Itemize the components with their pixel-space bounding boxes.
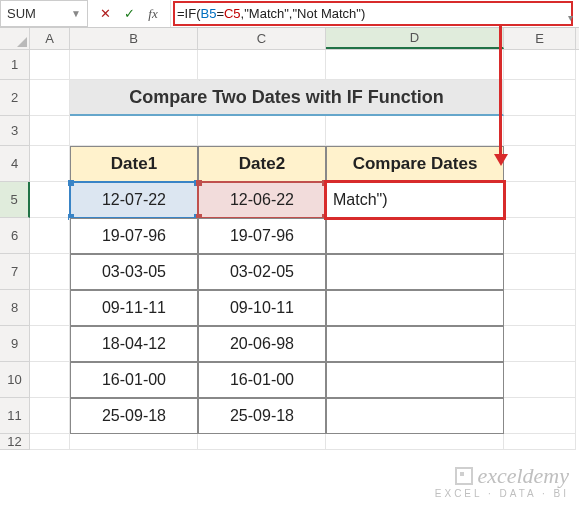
cell[interactable]: 09-10-11 [198,290,326,326]
cell[interactable]: 19-07-96 [198,218,326,254]
callout-arrow-icon [494,154,508,166]
cell[interactable] [70,434,198,450]
table-row: 12 [0,434,579,450]
row-header[interactable]: 4 [0,146,30,182]
select-all-corner[interactable] [0,28,30,49]
row-header[interactable]: 5 [0,182,30,218]
cell[interactable] [70,50,198,80]
table-row: 9 18-04-12 20-06-98 [0,326,579,362]
table-row: 1 [0,50,579,80]
cell[interactable] [30,326,70,362]
cell[interactable] [504,398,576,434]
cell[interactable] [504,290,576,326]
cell[interactable] [30,80,70,116]
table-row: 2 Compare Two Dates with IF Function [0,80,579,116]
table-row: 6 19-07-96 19-07-96 [0,218,579,254]
cell[interactable] [70,116,198,146]
active-cell-d5[interactable]: Match") [326,182,504,218]
cell[interactable] [30,254,70,290]
cell[interactable]: 18-04-12 [70,326,198,362]
title-cell[interactable]: Compare Two Dates with IF Function [70,80,504,116]
table-row: 4 Date1 Date2 Compare Dates [0,146,579,182]
cell[interactable] [326,434,504,450]
cell[interactable] [326,362,504,398]
cell[interactable] [504,326,576,362]
cell[interactable] [30,146,70,182]
column-headers: A B C D E [0,28,579,50]
cell[interactable]: 20-06-98 [198,326,326,362]
col-header-b[interactable]: B [70,28,198,49]
cell[interactable] [326,116,504,146]
cell[interactable] [30,50,70,80]
row-header[interactable]: 10 [0,362,30,398]
cell-c5-ref[interactable]: 12-06-22 [198,182,326,218]
fx-icon[interactable]: fx [142,3,164,25]
cell[interactable] [326,254,504,290]
row-header[interactable]: 3 [0,116,30,146]
cell-b5-ref[interactable]: 12-07-22 [70,182,198,218]
cell[interactable] [30,182,70,218]
name-box-value: SUM [7,6,36,21]
cell[interactable]: 16-01-00 [70,362,198,398]
header-date1[interactable]: Date1 [70,146,198,182]
table-row: 11 25-09-18 25-09-18 [0,398,579,434]
table-row: 3 [0,116,579,146]
cell[interactable] [504,434,576,450]
table-row: 5 12-07-22 12-06-22 Match") [0,182,579,218]
cell[interactable] [30,290,70,326]
row-header[interactable]: 2 [0,80,30,116]
cell[interactable] [326,290,504,326]
header-date2[interactable]: Date2 [198,146,326,182]
table-row: 10 16-01-00 16-01-00 [0,362,579,398]
cell[interactable] [30,398,70,434]
cell[interactable]: 25-09-18 [70,398,198,434]
cell[interactable] [504,218,576,254]
row-header[interactable]: 1 [0,50,30,80]
cell[interactable] [30,362,70,398]
grid: 1 2 Compare Two Dates with IF Function 3… [0,50,579,450]
cell[interactable] [504,254,576,290]
header-compare[interactable]: Compare Dates [326,146,504,182]
cell[interactable] [504,116,576,146]
row-header[interactable]: 6 [0,218,30,254]
cell[interactable] [30,116,70,146]
cell[interactable]: 09-11-11 [70,290,198,326]
cell[interactable]: 19-07-96 [70,218,198,254]
cell[interactable] [326,218,504,254]
row-header[interactable]: 8 [0,290,30,326]
cell[interactable] [198,116,326,146]
cancel-icon[interactable]: ✕ [94,3,116,25]
col-header-e[interactable]: E [504,28,576,49]
cell[interactable] [198,50,326,80]
formula-input[interactable]: =IF(B5=C5,"Match","Not Match") ▾ [171,0,579,27]
row-header[interactable]: 7 [0,254,30,290]
cell[interactable] [326,398,504,434]
name-box[interactable]: SUM ▼ [0,0,88,27]
cell[interactable]: 03-02-05 [198,254,326,290]
row-header[interactable]: 12 [0,434,30,450]
row-header[interactable]: 11 [0,398,30,434]
cell[interactable]: 03-03-05 [70,254,198,290]
cell[interactable] [504,80,576,116]
expand-formula-bar-icon[interactable]: ▾ [568,12,573,23]
cell[interactable] [30,218,70,254]
col-header-a[interactable]: A [30,28,70,49]
cell[interactable] [326,326,504,362]
cell[interactable]: 16-01-00 [198,362,326,398]
cell[interactable] [198,434,326,450]
col-header-d[interactable]: D [326,28,504,49]
cell[interactable]: 25-09-18 [198,398,326,434]
formula-bar-buttons: ✕ ✓ fx [88,0,171,27]
callout-line [499,26,502,156]
cell[interactable] [30,434,70,450]
cell[interactable] [504,146,576,182]
cell[interactable] [504,182,576,218]
cell[interactable] [504,50,576,80]
row-header[interactable]: 9 [0,326,30,362]
watermark: exceldemy EXCEL · DATA · BI [435,464,569,499]
cell[interactable] [504,362,576,398]
cell[interactable] [326,50,504,80]
name-box-dropdown-icon[interactable]: ▼ [71,8,81,19]
enter-icon[interactable]: ✓ [118,3,140,25]
col-header-c[interactable]: C [198,28,326,49]
